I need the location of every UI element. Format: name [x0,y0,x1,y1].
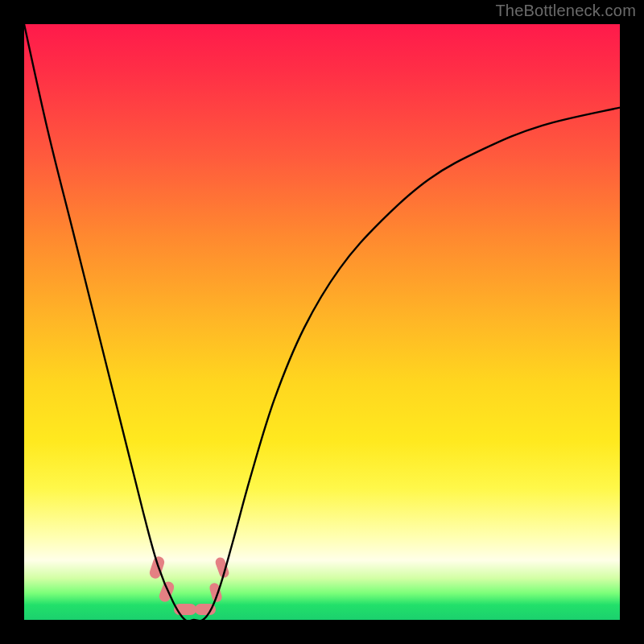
watermark-text: TheBottleneck.com [495,2,636,20]
bottleneck-curve [24,24,620,620]
chart-frame: TheBottleneck.com [0,0,644,644]
plot-area [24,24,620,620]
